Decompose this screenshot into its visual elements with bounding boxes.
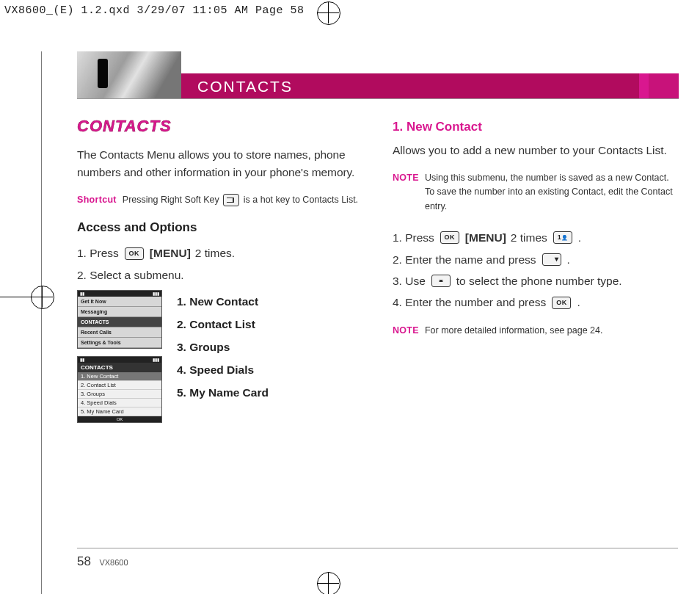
nav-down-key-icon [542, 253, 561, 266]
shortcut-text-b: is a hot key to Contacts List. [244, 195, 358, 205]
submenu-block: ▮▮▮▮▮ Get It Now Messaging CONTACTS Rece… [77, 290, 363, 430]
ok-key-icon: OK [440, 231, 459, 244]
s4-b: . [577, 291, 580, 313]
menu-item-selected: CONTACTS [78, 317, 161, 327]
page-footer: 58 VX8600 [77, 548, 678, 569]
crop-mark-bottom [317, 572, 339, 594]
ok-key-icon: OK [125, 247, 144, 260]
page-content: CONTACTS CONTACTS The Contacts Menu allo… [77, 51, 679, 430]
model-number: VX8600 [99, 558, 128, 567]
list-item: 2. Contact List [78, 381, 161, 390]
list-item: 5. My Name Card [78, 408, 161, 416]
s2-a: 2. Enter the name and press [393, 249, 536, 270]
header-photo [77, 51, 181, 98]
s1-a: 1. Press [393, 227, 434, 248]
step2-text: 2. Select a submenu. [77, 264, 184, 286]
note-1: NOTE Using this submenu, the number is s… [393, 171, 679, 214]
shortcut-note: Shortcut Pressing Right Soft Key is a ho… [77, 193, 363, 207]
note-label: NOTE [393, 324, 419, 338]
s1-d: . [578, 227, 581, 248]
menu-item: Get It Now [78, 297, 161, 307]
list-item: 1. New Contact [78, 372, 161, 381]
submenu-item: 3. Groups [177, 336, 269, 358]
access-step-1: 1. Press OK [MENU] 2 times. [77, 242, 363, 264]
nc-step-3: 3. Use to select the phone number type. [393, 270, 679, 291]
ok-key-icon: OK [552, 297, 571, 309]
note-label: NOTE [393, 171, 419, 214]
shortcut-text-a: Pressing Right Soft Key [123, 195, 222, 205]
access-options-heading: Access and Options [77, 220, 363, 235]
nav-key-icon [431, 275, 451, 287]
step1-a: 1. Press [77, 242, 119, 264]
access-steps: 1. Press OK [MENU] 2 times. 2. Select a … [77, 242, 363, 286]
crop-line-left [41, 51, 42, 594]
menu-item: Recent Calls [78, 327, 161, 338]
nc-step-2: 2. Enter the name and press . [393, 249, 679, 270]
crop-mark-top [317, 1, 339, 23]
submenu-item: 5. My Name Card [177, 381, 269, 404]
menu-item: Settings & Tools [78, 338, 161, 348]
step1-menu-label: [MENU] [150, 242, 191, 264]
contacts-intro: The Contacts Menu allows you to store na… [77, 146, 363, 181]
crop-mark-left [31, 286, 53, 308]
nc-step-4: 4. Enter the number and press OK . [393, 291, 679, 313]
phone-screen-contacts: ▮▮▮▮▮ CONTACTS 1. New Contact 2. Contact… [77, 356, 162, 423]
shortcut-label: Shortcut [77, 193, 117, 207]
list-item: 4. Speed Dials [78, 399, 161, 408]
print-job-header: VX8600_(E) 1.2.qxd 3/29/07 11:05 AM Page… [4, 4, 305, 17]
note-2: NOTE For more detailed information, see … [393, 324, 679, 338]
step1-c: 2 times. [195, 242, 235, 264]
s1-menu-label: [MENU] [465, 227, 506, 248]
ok-softkey-label: OK [78, 416, 161, 422]
s1-c: 2 times [511, 227, 547, 248]
right-soft-key-icon [223, 194, 239, 206]
s3-b: to select the phone number type. [456, 270, 622, 291]
s4-a: 4. Enter the number and press [393, 291, 546, 313]
shortcut-text: Pressing Right Soft Key is a hot key to … [123, 193, 363, 207]
note-text: Using this submenu, the number is saved … [425, 171, 679, 214]
submenu-list: 1. New Contact 2. Contact List 3. Groups… [177, 290, 269, 430]
page-header-row: CONTACTS [77, 51, 679, 99]
left-column: CONTACTS The Contacts Menu allows you to… [77, 117, 363, 430]
menu-item: Messaging [78, 307, 161, 317]
contacts-heading: CONTACTS [77, 117, 363, 136]
phone-screen-menu: ▮▮▮▮▮ Get It Now Messaging CONTACTS Rece… [77, 290, 162, 349]
submenu-item: 4. Speed Dials [177, 358, 269, 381]
new-contact-steps: 1. Press OK [MENU] 2 times 1 . 2. Enter … [393, 227, 679, 314]
section-title-bar: CONTACTS [181, 73, 679, 98]
page-number: 58 [77, 554, 91, 568]
nc-step-1: 1. Press OK [MENU] 2 times 1 . [393, 227, 679, 248]
submenu-item: 1. New Contact [177, 290, 269, 313]
right-column: 1. New Contact Allows you to add a new n… [393, 117, 679, 430]
submenu-item: 2. Contact List [177, 313, 269, 336]
s2-b: . [567, 249, 570, 270]
new-contact-intro: Allows you to add a new number to your C… [393, 142, 679, 159]
access-step-2: 2. Select a submenu. [77, 264, 363, 286]
new-contact-heading: 1. New Contact [393, 120, 679, 134]
screen-title: CONTACTS [78, 363, 161, 372]
list-item: 3. Groups [78, 390, 161, 399]
one-key-icon: 1 [553, 231, 572, 244]
phone-screenshots: ▮▮▮▮▮ Get It Now Messaging CONTACTS Rece… [77, 290, 165, 430]
s3-a: 3. Use [393, 270, 426, 291]
note-text: For more detailed information, see page … [425, 324, 679, 338]
